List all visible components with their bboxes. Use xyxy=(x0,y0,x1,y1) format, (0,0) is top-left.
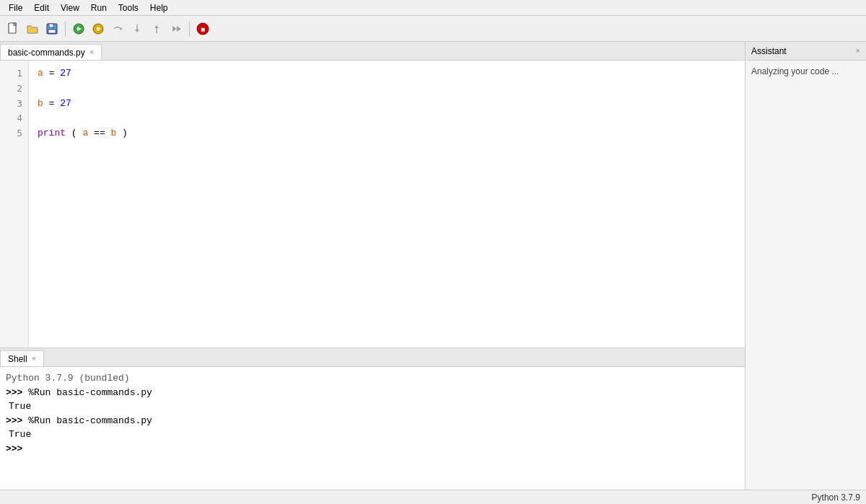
code-editor[interactable]: 1 2 3 4 5 a = 27 b xyxy=(0,61,745,348)
var-a: a xyxy=(38,68,43,79)
svg-rect-4 xyxy=(48,30,56,33)
editor-tab-close[interactable]: × xyxy=(89,48,94,56)
var-a2: a xyxy=(82,128,88,138)
menu-run[interactable]: Run xyxy=(85,1,113,14)
line-num-1: 1 xyxy=(0,66,28,81)
svg-rect-3 xyxy=(49,24,53,27)
editor-tabs: basic-commands.py × xyxy=(0,42,745,61)
run-button[interactable] xyxy=(70,20,87,37)
shell-panel[interactable]: Python 3.7.9 (bundled) >>> %Run basic-co… xyxy=(0,367,745,490)
shell-output-1: True xyxy=(6,401,31,412)
line-num-3: 3 xyxy=(0,97,28,112)
shell-tab[interactable]: Shell × xyxy=(0,350,44,366)
line-numbers: 1 2 3 4 5 xyxy=(0,61,29,348)
svg-marker-11 xyxy=(135,30,139,32)
menubar: File Edit View Run Tools Help xyxy=(0,0,866,16)
save-button[interactable] xyxy=(43,20,61,37)
toolbar: ■ xyxy=(0,16,866,42)
shell-tab-close[interactable]: × xyxy=(32,355,36,363)
editor-tab[interactable]: basic-commands.py × xyxy=(0,44,102,60)
shell-tab-label: Shell xyxy=(8,354,27,364)
shell-line-4: >>> %Run basic-commands.py xyxy=(6,414,739,428)
status-bar: Python 3.7.9 xyxy=(0,490,866,504)
menu-view[interactable]: View xyxy=(55,1,85,14)
shell-info-text: Python 3.7.9 (bundled) xyxy=(6,373,130,384)
shell-line-6: >>> xyxy=(6,442,739,456)
code-line-4 xyxy=(38,111,736,126)
new-file-button[interactable] xyxy=(4,20,22,37)
open-button[interactable] xyxy=(24,20,41,37)
code-line-2 xyxy=(38,81,736,97)
var-b: b xyxy=(38,98,43,109)
shell-cmd-2: %Run basic-commands.py xyxy=(28,415,152,426)
shell-line-2: >>> %Run basic-commands.py xyxy=(6,386,739,400)
line-num-4: 4 xyxy=(0,111,28,126)
operator-eq2: = xyxy=(49,98,61,109)
svg-marker-13 xyxy=(154,25,159,28)
shell-tab-bar: Shell × xyxy=(0,348,745,367)
line-num-5: 5 xyxy=(0,126,28,141)
menu-tools[interactable]: Tools xyxy=(113,1,144,14)
svg-marker-15 xyxy=(177,26,181,32)
code-line-1: a = 27 xyxy=(38,66,736,81)
svg-marker-9 xyxy=(120,27,123,30)
toolbar-separator-2 xyxy=(189,22,190,36)
assistant-content: Analyzing your code ... xyxy=(745,61,866,82)
assistant-title: Assistant xyxy=(751,46,787,56)
svg-marker-14 xyxy=(172,26,177,32)
double-eq: == xyxy=(94,128,110,138)
step-into-button[interactable] xyxy=(128,20,146,37)
code-line-5: print ( a == b ) xyxy=(38,126,736,141)
var-b2: b xyxy=(110,128,116,138)
menu-edit[interactable]: Edit xyxy=(28,1,55,14)
line-num-2: 2 xyxy=(0,81,28,97)
assistant-close[interactable]: × xyxy=(856,47,860,55)
editor-section: basic-commands.py × 1 2 3 4 5 xyxy=(0,42,745,490)
assistant-panel: Assistant × Analyzing your code ... xyxy=(745,42,866,490)
stop-button[interactable]: ■ xyxy=(194,20,211,37)
code-content[interactable]: a = 27 b = 27 print xyxy=(29,61,745,348)
step-over-button[interactable] xyxy=(109,20,126,37)
shell-output-2: True xyxy=(6,429,31,440)
resume-button[interactable] xyxy=(167,20,185,37)
svg-text:■: ■ xyxy=(201,25,205,33)
val-27-a: 27 xyxy=(60,68,71,79)
shell-line-3: True xyxy=(6,399,739,414)
svg-rect-1 xyxy=(14,23,16,25)
debug-button[interactable] xyxy=(89,20,107,37)
assistant-text: Analyzing your code ... xyxy=(751,66,839,76)
print-keyword: print xyxy=(38,128,66,138)
shell-line-1: Python 3.7.9 (bundled) xyxy=(6,371,739,386)
shell-line-5: True xyxy=(6,428,739,442)
shell-cmd-1: %Run basic-commands.py xyxy=(28,387,152,398)
paren-open: ( xyxy=(71,128,77,138)
paren-close: ) xyxy=(122,128,128,138)
main-area: basic-commands.py × 1 2 3 4 5 xyxy=(0,42,866,490)
val-27-b: 27 xyxy=(60,98,71,109)
editor-tab-label: basic-commands.py xyxy=(8,48,85,58)
toolbar-separator-1 xyxy=(65,22,66,36)
code-line-3: b = 27 xyxy=(38,97,736,112)
shell-prompt-3: >>> xyxy=(6,443,22,454)
editor-shell-container: basic-commands.py × 1 2 3 4 5 xyxy=(0,42,745,490)
step-out-button[interactable] xyxy=(148,20,165,37)
shell-prompt-1: >>> xyxy=(6,387,28,398)
assistant-header: Assistant × xyxy=(745,42,866,61)
python-version: Python 3.7.9 xyxy=(812,492,860,503)
operator-eq1: = xyxy=(49,68,61,79)
menu-help[interactable]: Help xyxy=(144,1,174,14)
menu-file[interactable]: File xyxy=(3,1,28,14)
shell-prompt-2: >>> xyxy=(6,415,28,426)
